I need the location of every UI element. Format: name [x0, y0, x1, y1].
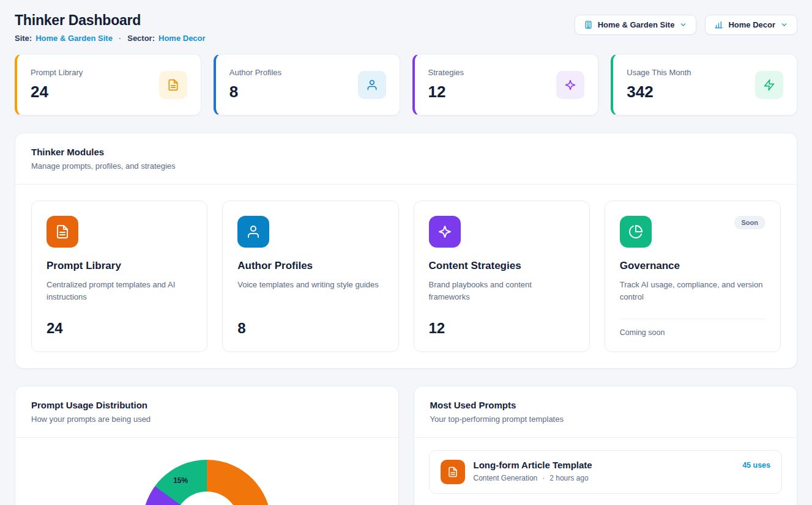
stat-card-usage: Usage This Month 342	[611, 54, 797, 116]
prompt-title: Long-form Article Template	[474, 460, 592, 470]
prompts-panel-header: Most Used Prompts Your top-performing pr…	[414, 386, 797, 438]
module-description: Track AI usage, compliance, and version …	[620, 279, 765, 310]
stat-label: Prompt Library	[31, 68, 83, 77]
file-text-icon	[159, 71, 187, 99]
modules-subtitle: Manage prompts, profiles, and strategies	[31, 161, 781, 171]
sector-selector-value: Home Decor	[728, 20, 775, 29]
module-top	[429, 216, 575, 248]
site-selector-dropdown[interactable]: Home & Garden Site	[575, 15, 697, 35]
building-icon	[584, 20, 593, 29]
module-count: 24	[47, 320, 192, 337]
module-count: 8	[237, 320, 383, 337]
sector-selector-dropdown[interactable]: Home Decor	[705, 15, 797, 35]
prompt-time: 2 hours ago	[549, 474, 588, 482]
chevron-down-icon	[679, 21, 687, 29]
header-left: Thinker Dashboard Site: Home & Garden Si…	[15, 12, 206, 43]
stat-text: Strategies 12	[428, 68, 464, 101]
file-text-icon	[47, 216, 78, 248]
stat-text: Prompt Library 24	[31, 68, 83, 101]
module-title: Author Profiles	[237, 260, 383, 272]
prompt-list: Long-form Article Template Content Gener…	[414, 438, 797, 505]
stat-label: Author Profiles	[229, 68, 281, 77]
chart-area: 15%	[15, 438, 398, 505]
bottom-row: Prompt Usage Distribution How your promp…	[15, 386, 797, 505]
module-description: Brand playbooks and content frameworks	[429, 279, 575, 311]
sparkle-icon	[556, 71, 584, 99]
stat-label: Strategies	[428, 68, 464, 77]
module-card-governance[interactable]: Soon Governance Track AI usage, complian…	[605, 201, 781, 352]
chevron-down-icon	[780, 21, 788, 29]
module-card-author-profiles[interactable]: Author Profiles Voice templates and writ…	[222, 201, 398, 352]
sector-label: Sector:	[127, 34, 155, 43]
module-top	[237, 216, 383, 248]
module-top	[47, 216, 192, 248]
stat-card-author-profiles: Author Profiles 8	[214, 54, 400, 116]
module-description: Centralized prompt templates and AI inst…	[47, 279, 192, 311]
page-title: Thinker Dashboard	[15, 12, 206, 29]
stat-text: Author Profiles 8	[229, 68, 281, 101]
zap-icon	[755, 71, 783, 99]
stat-value: 8	[229, 83, 281, 101]
stat-text: Usage This Month 342	[627, 68, 691, 101]
usage-panel-header: Prompt Usage Distribution How your promp…	[15, 386, 398, 438]
stat-value: 24	[31, 83, 83, 101]
module-top: Soon	[620, 216, 765, 248]
donut-segment-label: 15%	[173, 476, 188, 485]
prompt-category: Content Generation	[474, 474, 538, 482]
stat-card-strategies: Strategies 12	[412, 54, 599, 116]
prompt-usage-panel: Prompt Usage Distribution How your promp…	[15, 386, 399, 505]
thinker-modules-section: Thinker Modules Manage prompts, profiles…	[15, 133, 797, 369]
file-text-icon	[441, 460, 465, 484]
prompt-info: Long-form Article Template Content Gener…	[474, 460, 592, 482]
modules-title: Thinker Modules	[31, 147, 781, 157]
soon-badge: Soon	[734, 216, 766, 229]
breadcrumb: Site: Home & Garden Site · Sector: Home …	[15, 34, 206, 43]
site-selector-value: Home & Garden Site	[598, 20, 675, 29]
stats-row: Prompt Library 24 Author Profiles 8 Stra…	[15, 54, 797, 116]
stat-value: 342	[627, 83, 691, 101]
modules-grid: Prompt Library Centralized prompt templa…	[15, 185, 797, 368]
page-header: Thinker Dashboard Site: Home & Garden Si…	[15, 12, 797, 43]
prompt-list-item[interactable]: Long-form Article Template Content Gener…	[429, 450, 783, 494]
bar-chart-icon	[714, 20, 723, 29]
usage-panel-title: Prompt Usage Distribution	[31, 400, 382, 410]
module-title: Content Strategies	[429, 260, 575, 272]
module-title: Governance	[620, 260, 765, 272]
prompt-meta: Content Generation · 2 hours ago	[474, 474, 592, 482]
prompt-uses-badge: 45 uses	[742, 461, 770, 470]
module-card-content-strategies[interactable]: Content Strategies Brand playbooks and c…	[414, 201, 590, 352]
prompts-panel-subtitle: Your top-performing prompt templates	[430, 415, 781, 424]
user-icon	[237, 216, 269, 248]
stat-label: Usage This Month	[627, 68, 691, 77]
stat-value: 12	[428, 83, 464, 101]
user-icon	[358, 71, 386, 99]
module-count: 12	[429, 320, 575, 337]
sparkle-icon	[429, 216, 461, 248]
usage-donut-chart: 15%	[143, 460, 271, 505]
pie-chart-icon	[620, 216, 652, 248]
header-actions: Home & Garden Site Home Decor	[575, 15, 797, 35]
dashboard-page: Thinker Dashboard Site: Home & Garden Si…	[0, 0, 812, 505]
module-title: Prompt Library	[47, 260, 192, 272]
most-used-prompts-panel: Most Used Prompts Your top-performing pr…	[414, 386, 798, 505]
site-label: Site:	[15, 34, 32, 43]
breadcrumb-separator: ·	[119, 34, 121, 43]
prompts-panel-title: Most Used Prompts	[430, 400, 781, 410]
sector-link[interactable]: Home Decor	[158, 34, 206, 43]
modules-header: Thinker Modules Manage prompts, profiles…	[15, 133, 797, 185]
module-card-prompt-library[interactable]: Prompt Library Centralized prompt templa…	[31, 201, 207, 352]
module-description: Voice templates and writing style guides	[237, 279, 383, 311]
coming-soon-text: Coming soon	[620, 319, 765, 337]
site-link[interactable]: Home & Garden Site	[35, 34, 113, 43]
meta-separator: ·	[542, 474, 545, 482]
stat-card-prompt-library: Prompt Library 24	[15, 54, 201, 116]
usage-panel-subtitle: How your prompts are being used	[31, 415, 382, 424]
